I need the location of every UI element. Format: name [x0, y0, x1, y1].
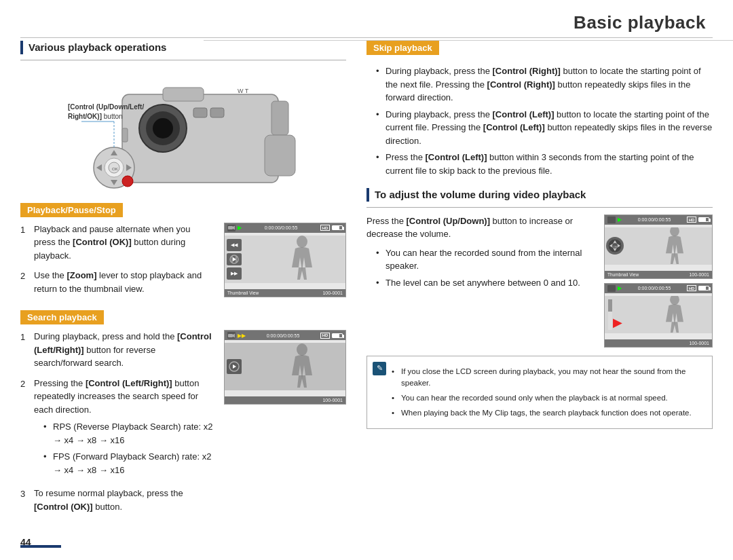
- pb-play-sym: ▶: [238, 225, 242, 231]
- hd-v2: HD: [687, 285, 696, 291]
- pb-time-1: 0:00:00/0:00:55: [244, 225, 318, 230]
- vol-bottom-2: 100-0001: [605, 339, 712, 347]
- vol-arrow: ▶: [613, 316, 622, 329]
- pb-bottom-bar-1: Thumbnail View 100-0001: [225, 289, 345, 297]
- volume-screen-2: ▶ 0:00:00/0:00:55 HD: [604, 283, 713, 348]
- svg-rect-5: [271, 101, 288, 135]
- section-various-heading: Various playback operations: [20, 41, 346, 54]
- note-bullets: If you close the LCD screen during playb…: [392, 366, 705, 419]
- volume-screen-1: ▶ 0:00:00/0:00:55 HD: [604, 214, 713, 279]
- svg-rect-21: [122, 128, 128, 142]
- search-items-list: 1 During playback, press and hold the [C…: [20, 330, 213, 513]
- svg-text:OK: OK: [614, 245, 618, 248]
- list-item: 2 Pressing the [Control (Left/Right)] bu…: [20, 377, 213, 481]
- note-icon: ✎: [373, 362, 386, 375]
- vol-top-2: ▶ 0:00:00/0:00:55 HD: [605, 284, 712, 293]
- list-item: If you close the LCD screen during playb…: [392, 366, 705, 390]
- pb-file-num-1: 100-0001: [322, 291, 343, 295]
- list-item: You can hear the recorded sound only whe…: [392, 392, 705, 404]
- list-item: 3 To resume normal playback, press the […: [20, 487, 213, 513]
- svg-marker-32: [233, 365, 236, 369]
- playback-pause-content: 1 Playback and pause alternate when you …: [20, 223, 346, 303]
- pb-bottom-bar-search: 100-0001: [225, 396, 345, 404]
- list-item: 1 During playback, press and hold the [C…: [20, 330, 213, 370]
- playback-pause-heading: Playback/Pause/Stop: [20, 203, 123, 217]
- pb-ctrl-btn-1: ◀◀: [227, 239, 242, 251]
- volume-heading: To adjust the volume during video playba…: [366, 188, 713, 202]
- svg-rect-22: [228, 226, 233, 229]
- pb-ctrl-area: ◀◀ ▶▶: [227, 236, 242, 283]
- pb-file-num-search: 100-0001: [322, 398, 343, 403]
- dpad-v1: OK: [606, 227, 624, 265]
- dpad-circle: OK: [606, 237, 624, 255]
- playback-pause-list: 1 Playback and pause alternate when you …: [20, 223, 213, 303]
- bat-v1: [698, 217, 709, 222]
- pb-body-1: ◀◀ ▶▶: [225, 236, 345, 283]
- silhouette-svg-search: [265, 343, 319, 390]
- list-item: FPS (Forward Playback Search) rate: x2 →…: [43, 450, 213, 477]
- vol-body-1: OK: [605, 227, 712, 265]
- file-v1: 100-0001: [689, 272, 709, 277]
- svg-point-3: [153, 118, 173, 138]
- vol-time-2: 0:00:00/0:00:55: [624, 286, 685, 291]
- skip-bullets: During playback, press the [Control (Rig…: [376, 64, 713, 177]
- list-item: During playback, press the [Control (Lef…: [376, 108, 713, 148]
- pb-ff-sym: ▶▶: [238, 333, 246, 339]
- playback-items-list: 1 Playback and pause alternate when you …: [20, 223, 213, 296]
- pb-hd-1: HD: [320, 225, 330, 231]
- search-playback-content: 1 During playback, press and hold the [C…: [20, 330, 346, 520]
- search-bullets: RPS (Reverse Playback Search) rate: x2 →…: [43, 420, 213, 477]
- svg-rect-6: [265, 135, 295, 176]
- pb-body-search: [225, 343, 345, 390]
- pb-zoom-label-1: Thumbnail View: [227, 291, 259, 295]
- vol-body-2: ▶: [605, 296, 712, 333]
- list-item: 2 Use the [Zoom] lever to stop playback …: [20, 269, 213, 295]
- list-item: You can hear the recorded sound from the…: [376, 246, 593, 273]
- svg-rect-29: [228, 334, 233, 337]
- sil-v1: [642, 227, 690, 265]
- play-sym-v2: ▶: [618, 285, 622, 291]
- cam-icon-v2: [607, 285, 616, 292]
- list-item: RPS (Reverse Playback Search) rate: x2 →…: [43, 420, 213, 447]
- svg-marker-30: [233, 333, 235, 337]
- skip-heading: Skip playback: [366, 41, 439, 55]
- section-search-playback: Search playback 1 During playback, press…: [20, 310, 346, 520]
- pb-hd-search: HD: [320, 333, 330, 339]
- svg-text:OK: OK: [112, 167, 118, 171]
- volume-screens: ▶ 0:00:00/0:00:55 HD: [604, 214, 713, 348]
- search-list: 1 During playback, press and hold the [C…: [20, 330, 213, 520]
- search-playback-heading: Search playback: [20, 310, 104, 324]
- list-item: 1 Playback and pause alternate when you …: [20, 223, 213, 263]
- left-column: Various playback operations OK: [20, 41, 346, 520]
- section-skip: Skip playback During playback, press the…: [366, 41, 713, 177]
- bat-v2: [698, 286, 709, 291]
- svg-rect-4: [163, 88, 204, 101]
- list-item: The level can be set anywhere between 0 …: [376, 276, 593, 290]
- silhouette-svg-1: [265, 236, 319, 283]
- svg-point-42: [670, 296, 679, 305]
- pb-top-bar-1: ▶ 0:00:00/0:00:55 HD: [225, 223, 345, 233]
- volume-bullets: You can hear the recorded sound from the…: [376, 246, 593, 290]
- title-divider: [20, 37, 713, 38]
- svg-point-19: [122, 176, 133, 187]
- search-ctrl: [227, 343, 242, 390]
- volume-content: Press the [Control (Up/Down)] button to …: [366, 214, 713, 348]
- zoom-lbl-v1: Thumbnail View: [607, 272, 639, 277]
- camera-icon: [227, 225, 236, 231]
- camera-icon-2: [227, 332, 236, 339]
- volume-intro: Press the [Control (Up/Down)] button to …: [366, 214, 593, 241]
- list-item: When playing back the My Clip tags, the …: [392, 407, 705, 419]
- volume-divider: [366, 207, 713, 208]
- battery-icon-search: [332, 333, 343, 338]
- svg-marker-23: [233, 226, 235, 230]
- playback-screen-1: ▶ 0:00:00/0:00:55 HD ◀◀: [224, 223, 346, 297]
- hd-v1: HD: [687, 217, 696, 223]
- vol-bottom-1: Thumbnail View 100-0001: [605, 271, 712, 278]
- note-box: ✎ If you close the LCD screen during pla…: [366, 356, 713, 429]
- vol-top-1: ▶ 0:00:00/0:00:55 HD: [605, 215, 712, 225]
- file-v2: 100-0001: [689, 341, 709, 346]
- vol-time-1: 0:00:00/0:00:55: [624, 217, 685, 222]
- page-title-bar: Basic playback: [204, 0, 733, 41]
- list-item: During playback, press the [Control (Rig…: [376, 64, 713, 105]
- page-number-line: [20, 545, 61, 548]
